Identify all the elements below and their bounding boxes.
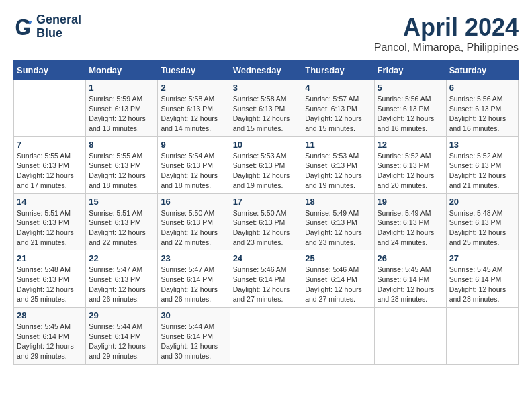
- calendar-cell: 3Sunrise: 5:58 AM Sunset: 6:13 PM Daylig…: [230, 80, 302, 137]
- calendar-cell: 15Sunrise: 5:51 AM Sunset: 6:13 PM Dayli…: [86, 193, 158, 250]
- calendar-cell: 20Sunrise: 5:48 AM Sunset: 6:13 PM Dayli…: [446, 193, 518, 250]
- day-number: 1: [89, 83, 154, 93]
- day-info: Sunrise: 5:45 AM Sunset: 6:14 PM Dayligh…: [449, 265, 515, 304]
- calendar-cell: [14, 80, 86, 137]
- day-number: 12: [378, 140, 443, 150]
- day-number: 3: [233, 83, 300, 93]
- day-number: 21: [17, 253, 83, 263]
- day-info: Sunrise: 5:59 AM Sunset: 6:13 PM Dayligh…: [89, 94, 154, 134]
- calendar-cell: 1Sunrise: 5:59 AM Sunset: 6:13 PM Daylig…: [86, 80, 158, 137]
- day-number: 24: [233, 253, 300, 263]
- calendar-cell: 24Sunrise: 5:46 AM Sunset: 6:14 PM Dayli…: [230, 250, 302, 308]
- calendar-cell: 6Sunrise: 5:56 AM Sunset: 6:13 PM Daylig…: [446, 80, 518, 137]
- day-info: Sunrise: 5:49 AM Sunset: 6:13 PM Dayligh…: [305, 208, 371, 248]
- title-section: April 2024 Pancol, Mimaropa, Philippines: [374, 13, 519, 54]
- day-info: Sunrise: 5:44 AM Sunset: 6:14 PM Dayligh…: [89, 322, 154, 361]
- day-number: 7: [17, 140, 83, 150]
- day-info: Sunrise: 5:51 AM Sunset: 6:13 PM Dayligh…: [17, 208, 83, 248]
- calendar-cell: 16Sunrise: 5:50 AM Sunset: 6:13 PM Dayli…: [158, 193, 230, 250]
- calendar-cell: 8Sunrise: 5:55 AM Sunset: 6:13 PM Daylig…: [86, 136, 158, 193]
- calendar-cell: 5Sunrise: 5:56 AM Sunset: 6:13 PM Daylig…: [374, 80, 446, 137]
- weekday-header-thursday: Thursday: [302, 61, 374, 80]
- day-number: 25: [305, 253, 371, 263]
- calendar-cell: 7Sunrise: 5:55 AM Sunset: 6:13 PM Daylig…: [14, 136, 86, 193]
- day-info: Sunrise: 5:48 AM Sunset: 6:13 PM Dayligh…: [17, 265, 83, 304]
- weekday-header-saturday: Saturday: [446, 61, 518, 80]
- day-number: 22: [89, 253, 154, 263]
- day-info: Sunrise: 5:44 AM Sunset: 6:14 PM Dayligh…: [161, 322, 226, 361]
- calendar-week-2: 7Sunrise: 5:55 AM Sunset: 6:13 PM Daylig…: [14, 136, 519, 193]
- day-number: 6: [449, 83, 515, 93]
- day-info: Sunrise: 5:58 AM Sunset: 6:13 PM Dayligh…: [161, 94, 226, 134]
- calendar-header-row: SundayMondayTuesdayWednesdayThursdayFrid…: [14, 61, 519, 80]
- calendar-cell: 22Sunrise: 5:47 AM Sunset: 6:13 PM Dayli…: [86, 250, 158, 308]
- calendar-week-1: 1Sunrise: 5:59 AM Sunset: 6:13 PM Daylig…: [14, 80, 519, 137]
- day-number: 5: [378, 83, 443, 93]
- calendar-week-3: 14Sunrise: 5:51 AM Sunset: 6:13 PM Dayli…: [14, 193, 519, 250]
- calendar-cell: 25Sunrise: 5:46 AM Sunset: 6:14 PM Dayli…: [302, 250, 374, 308]
- calendar-cell: 10Sunrise: 5:53 AM Sunset: 6:13 PM Dayli…: [230, 136, 302, 193]
- day-number: 11: [305, 140, 371, 150]
- calendar-cell: 18Sunrise: 5:49 AM Sunset: 6:13 PM Dayli…: [302, 193, 374, 250]
- month-year-title: April 2024: [374, 13, 519, 42]
- calendar-cell: 13Sunrise: 5:52 AM Sunset: 6:13 PM Dayli…: [446, 136, 518, 193]
- logo-icon: [13, 17, 34, 37]
- day-info: Sunrise: 5:56 AM Sunset: 6:13 PM Dayligh…: [378, 94, 443, 134]
- weekday-header-wednesday: Wednesday: [230, 61, 302, 80]
- day-info: Sunrise: 5:50 AM Sunset: 6:13 PM Dayligh…: [233, 208, 300, 248]
- day-number: 13: [449, 140, 515, 150]
- day-info: Sunrise: 5:49 AM Sunset: 6:13 PM Dayligh…: [378, 208, 443, 248]
- day-number: 23: [161, 253, 226, 263]
- day-info: Sunrise: 5:47 AM Sunset: 6:13 PM Dayligh…: [89, 265, 154, 304]
- logo: General Blue: [13, 13, 81, 40]
- calendar-cell: 21Sunrise: 5:48 AM Sunset: 6:13 PM Dayli…: [14, 250, 86, 308]
- calendar-body: 1Sunrise: 5:59 AM Sunset: 6:13 PM Daylig…: [14, 80, 519, 365]
- weekday-header-tuesday: Tuesday: [158, 61, 230, 80]
- day-number: 28: [17, 310, 83, 320]
- day-number: 8: [89, 140, 154, 150]
- day-number: 19: [378, 197, 443, 207]
- calendar-cell: 4Sunrise: 5:57 AM Sunset: 6:13 PM Daylig…: [302, 80, 374, 137]
- day-info: Sunrise: 5:48 AM Sunset: 6:13 PM Dayligh…: [449, 208, 515, 248]
- weekday-header-friday: Friday: [374, 61, 446, 80]
- calendar-week-5: 28Sunrise: 5:45 AM Sunset: 6:14 PM Dayli…: [14, 308, 519, 365]
- day-number: 20: [449, 197, 515, 207]
- day-number: 9: [161, 140, 226, 150]
- day-info: Sunrise: 5:46 AM Sunset: 6:14 PM Dayligh…: [305, 265, 371, 304]
- calendar-cell: 23Sunrise: 5:47 AM Sunset: 6:14 PM Dayli…: [158, 250, 230, 308]
- day-number: 16: [161, 197, 226, 207]
- calendar-cell: 28Sunrise: 5:45 AM Sunset: 6:14 PM Dayli…: [14, 308, 86, 365]
- day-info: Sunrise: 5:58 AM Sunset: 6:13 PM Dayligh…: [233, 94, 300, 134]
- calendar-cell: [302, 308, 374, 365]
- day-number: 10: [233, 140, 300, 150]
- day-info: Sunrise: 5:53 AM Sunset: 6:13 PM Dayligh…: [233, 151, 300, 191]
- day-number: 30: [161, 310, 226, 320]
- day-info: Sunrise: 5:52 AM Sunset: 6:13 PM Dayligh…: [378, 151, 443, 191]
- day-info: Sunrise: 5:55 AM Sunset: 6:13 PM Dayligh…: [89, 151, 154, 191]
- day-number: 15: [89, 197, 154, 207]
- header: General Blue April 2024 Pancol, Mimaropa…: [13, 13, 519, 54]
- calendar-table: SundayMondayTuesdayWednesdayThursdayFrid…: [13, 60, 519, 365]
- calendar-week-4: 21Sunrise: 5:48 AM Sunset: 6:13 PM Dayli…: [14, 250, 519, 308]
- calendar-cell: 29Sunrise: 5:44 AM Sunset: 6:14 PM Dayli…: [86, 308, 158, 365]
- calendar-cell: 9Sunrise: 5:54 AM Sunset: 6:13 PM Daylig…: [158, 136, 230, 193]
- day-info: Sunrise: 5:53 AM Sunset: 6:13 PM Dayligh…: [305, 151, 371, 191]
- day-info: Sunrise: 5:46 AM Sunset: 6:14 PM Dayligh…: [233, 265, 300, 304]
- location-subtitle: Pancol, Mimaropa, Philippines: [374, 42, 519, 54]
- calendar-cell: [446, 308, 518, 365]
- weekday-header-monday: Monday: [86, 61, 158, 80]
- day-number: 29: [89, 310, 154, 320]
- day-number: 14: [17, 197, 83, 207]
- calendar-cell: 30Sunrise: 5:44 AM Sunset: 6:14 PM Dayli…: [158, 308, 230, 365]
- day-info: Sunrise: 5:52 AM Sunset: 6:13 PM Dayligh…: [449, 151, 515, 191]
- day-number: 4: [305, 83, 371, 93]
- calendar-cell: 26Sunrise: 5:45 AM Sunset: 6:14 PM Dayli…: [374, 250, 446, 308]
- calendar-cell: [374, 308, 446, 365]
- day-info: Sunrise: 5:56 AM Sunset: 6:13 PM Dayligh…: [449, 94, 515, 134]
- calendar-cell: 14Sunrise: 5:51 AM Sunset: 6:13 PM Dayli…: [14, 193, 86, 250]
- day-info: Sunrise: 5:50 AM Sunset: 6:13 PM Dayligh…: [161, 208, 226, 248]
- day-number: 18: [305, 197, 371, 207]
- calendar-cell: [230, 308, 302, 365]
- day-number: 27: [449, 253, 515, 263]
- day-info: Sunrise: 5:47 AM Sunset: 6:14 PM Dayligh…: [161, 265, 226, 304]
